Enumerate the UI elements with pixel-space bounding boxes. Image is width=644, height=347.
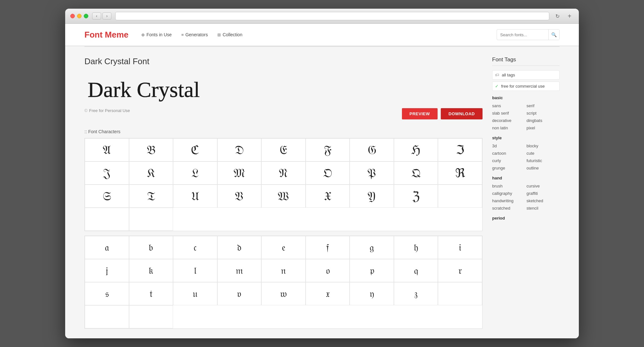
nav-generators[interactable]: ≡ Generators xyxy=(181,32,208,37)
style-tags-row-2: cartoon cute xyxy=(492,150,560,156)
lowercase-grid: 𝔞 𝔟 𝔠 𝔡 𝔢 𝔣 𝔤 𝔥 𝔦 𝔧 𝔨 𝔩 𝔪 𝔫 xyxy=(84,236,483,329)
tag-cartoon[interactable]: cartoon xyxy=(492,150,525,156)
all-tags-icon: 🏷 xyxy=(495,73,499,77)
tag-sketched[interactable]: sketched xyxy=(527,198,560,204)
tag-curly[interactable]: curly xyxy=(492,158,525,164)
minimize-button[interactable] xyxy=(77,14,82,18)
char-p: 𝔭 xyxy=(350,259,394,282)
char-v: 𝔳 xyxy=(217,282,262,305)
category-hand: hand xyxy=(492,176,560,180)
char-n: 𝔫 xyxy=(261,259,306,282)
font-preview-image: Dark Crystal xyxy=(84,73,483,103)
tag-brush[interactable]: brush xyxy=(492,183,525,189)
char-e: 𝔢 xyxy=(261,236,306,259)
tag-cute[interactable]: cute xyxy=(527,150,560,156)
search-button[interactable]: 🔍 xyxy=(548,29,559,40)
char-x: 𝔵 xyxy=(306,282,350,305)
char-B: 𝔅 xyxy=(129,138,173,161)
char-X: 𝔛 xyxy=(306,185,350,208)
tag-slab-serif[interactable]: slab serif xyxy=(492,110,525,116)
tag-serif[interactable]: serif xyxy=(527,103,560,109)
license-info: © Free for Personal Use xyxy=(84,108,130,113)
tag-cursive[interactable]: cursive xyxy=(527,183,560,189)
category-period: period xyxy=(492,216,560,221)
char-empty-5 xyxy=(85,305,129,328)
char-k: 𝔨 xyxy=(129,259,173,282)
tag-futuristic[interactable]: futuristic xyxy=(527,158,560,164)
reload-button[interactable]: ↻ xyxy=(553,12,561,20)
char-h: 𝔥 xyxy=(394,236,438,259)
char-i: 𝔦 xyxy=(438,236,482,259)
char-empty-4 xyxy=(438,282,482,305)
char-N: 𝔑 xyxy=(261,161,306,185)
sidebar-title: Font Tags xyxy=(492,56,560,66)
char-empty-2 xyxy=(85,208,129,231)
char-f: 𝔣 xyxy=(306,236,350,259)
new-tab-button[interactable]: + xyxy=(565,12,574,20)
tag-scratched[interactable]: scratched xyxy=(492,205,525,211)
site-logo[interactable]: Font Meme xyxy=(84,30,128,40)
uppercase-grid: 𝔄 𝔅 ℭ 𝔇 𝔈 𝔉 𝔊 ℌ ℑ 𝔍 𝔎 𝔏 𝔐 𝔑 xyxy=(84,138,483,231)
char-l: 𝔩 xyxy=(173,259,217,282)
char-C: ℭ xyxy=(173,138,217,161)
tag-script[interactable]: script xyxy=(527,110,560,116)
close-button[interactable] xyxy=(70,14,75,18)
char-P: 𝔓 xyxy=(350,161,394,185)
basic-tags-row-4: non latin pixel xyxy=(492,125,560,131)
tag-sans[interactable]: sans xyxy=(492,103,525,109)
tag-outline[interactable]: outline xyxy=(527,165,560,171)
tag-all-tags[interactable]: 🏷 all tags xyxy=(492,70,560,80)
address-bar[interactable] xyxy=(115,12,549,20)
sidebar: Font Tags 🏷 all tags ✓ free for commerci… xyxy=(492,56,560,329)
tag-commercial[interactable]: ✓ free for commercial use xyxy=(492,82,560,91)
char-z: 𝔷 xyxy=(394,282,438,305)
char-q: 𝔮 xyxy=(394,259,438,282)
preview-button[interactable]: PREVIEW xyxy=(402,108,438,119)
tag-grunge[interactable]: grunge xyxy=(492,165,525,171)
category-basic: basic xyxy=(492,95,560,100)
hand-tags-row-1: brush cursive xyxy=(492,183,560,189)
tag-calligraphy[interactable]: calligraphy xyxy=(492,190,525,196)
char-c: 𝔠 xyxy=(173,236,217,259)
char-empty-6 xyxy=(129,305,173,328)
svg-text:Dark Crystal: Dark Crystal xyxy=(88,77,200,102)
nav-buttons: ‹ › xyxy=(92,13,111,20)
tag-dingbats[interactable]: dingbats xyxy=(527,117,560,124)
commercial-label: free for commercial use xyxy=(501,84,545,89)
maximize-button[interactable] xyxy=(84,14,88,18)
basic-tags-row-1: sans serif xyxy=(492,103,560,109)
hand-tags-row-4: scratched stencil xyxy=(492,205,560,211)
forward-button[interactable]: › xyxy=(102,13,111,20)
char-R: ℜ xyxy=(438,161,482,185)
license-icon: © xyxy=(84,108,88,113)
char-r: 𝔯 xyxy=(438,259,482,282)
char-K: 𝔎 xyxy=(129,161,173,185)
char-a: 𝔞 xyxy=(85,236,129,259)
tag-non-latin[interactable]: non latin xyxy=(492,125,525,131)
style-tags-row-1: 3d blocky xyxy=(492,143,560,149)
download-button[interactable]: DOWNLOAD xyxy=(441,108,483,119)
char-E: 𝔈 xyxy=(261,138,306,161)
fonts-in-use-icon: ⊕ xyxy=(141,32,145,37)
char-M: 𝔐 xyxy=(217,161,262,185)
search-input[interactable] xyxy=(497,32,548,37)
tag-graffiti[interactable]: graffiti xyxy=(527,190,560,196)
tag-decorative[interactable]: decorative xyxy=(492,117,525,124)
hand-tags-row-2: calligraphy graffiti xyxy=(492,190,560,196)
generators-icon: ≡ xyxy=(181,32,184,37)
site-nav: ⊕ Fonts in Use ≡ Generators ⊞ Collection xyxy=(141,32,484,37)
nav-collection-label: Collection xyxy=(222,32,242,37)
tag-stencil[interactable]: stencil xyxy=(527,205,560,211)
char-L: 𝔏 xyxy=(173,161,217,185)
category-style: style xyxy=(492,135,560,140)
back-button[interactable]: ‹ xyxy=(92,13,101,20)
char-V: 𝔙 xyxy=(217,185,262,208)
tag-handwriting[interactable]: handwriting xyxy=(492,198,525,204)
tag-3d[interactable]: 3d xyxy=(492,143,525,149)
tag-blocky[interactable]: blocky xyxy=(527,143,560,149)
nav-collection[interactable]: ⊞ Collection xyxy=(217,32,242,37)
license-text: Free for Personal Use xyxy=(89,108,130,113)
tag-pixel[interactable]: pixel xyxy=(527,125,560,131)
char-g: 𝔤 xyxy=(350,236,394,259)
nav-fonts-in-use[interactable]: ⊕ Fonts in Use xyxy=(141,32,172,37)
